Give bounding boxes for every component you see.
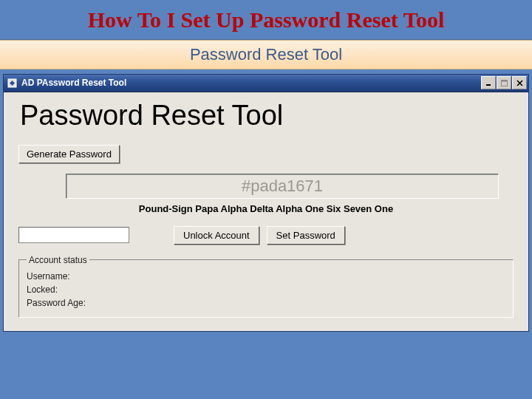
minimize-button[interactable] [481, 76, 496, 89]
status-username-label: Username: [27, 270, 505, 283]
svg-rect-3 [501, 80, 507, 81]
close-button[interactable] [512, 76, 527, 89]
action-row: Unlock Account Set Password [18, 226, 514, 245]
phonetic-spelling: Pound-Sign Papa Alpha Delta Alpha One Si… [18, 203, 514, 214]
svg-rect-1 [486, 84, 491, 86]
app-window: AD PAssword Reset Tool Password Reset To… [3, 74, 529, 332]
window-title: AD PAssword Reset Tool [21, 78, 126, 88]
status-password-age-label: Password Age: [27, 296, 505, 310]
window-body: Password Reset Tool Generate Password #p… [4, 92, 528, 331]
password-display: #pada1671 [66, 174, 499, 199]
window-controls [480, 76, 527, 89]
slide-title: How To I Set Up Password Reset Tool [15, 7, 517, 33]
subtitle-text: Password Reset Tool [190, 45, 342, 64]
subtitle-bar: Password Reset Tool [0, 40, 532, 69]
status-locked-label: Locked: [27, 283, 505, 296]
window-titlebar: AD PAssword Reset Tool [4, 75, 528, 92]
account-status-group: Account status Username: Locked: Passwor… [18, 255, 514, 318]
titlebar-left: AD PAssword Reset Tool [7, 78, 126, 88]
generate-password-button[interactable]: Generate Password [18, 145, 120, 163]
status-legend: Account status [27, 255, 89, 265]
app-icon [7, 78, 17, 88]
set-password-button[interactable]: Set Password [267, 226, 345, 245]
slide-title-bar: How To I Set Up Password Reset Tool [0, 0, 532, 40]
unlock-account-button[interactable]: Unlock Account [174, 226, 259, 245]
maximize-button[interactable] [497, 76, 511, 89]
action-buttons: Unlock Account Set Password [174, 226, 345, 245]
username-input[interactable] [18, 227, 129, 243]
password-value: #pada1671 [242, 177, 323, 196]
app-heading: Password Reset Tool [20, 100, 514, 132]
